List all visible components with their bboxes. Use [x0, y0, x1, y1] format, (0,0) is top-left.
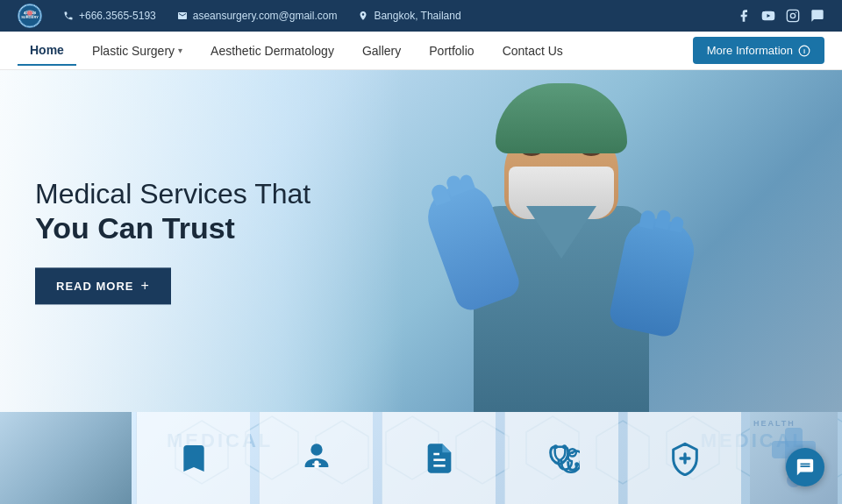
email-icon	[177, 11, 188, 21]
svg-point-32	[571, 451, 574, 453]
chat-topbar-icon[interactable]	[810, 9, 824, 23]
document-icon	[422, 441, 457, 476]
read-more-plus-icon: +	[140, 279, 149, 295]
chat-bubble-icon	[796, 458, 815, 477]
nav-bar: Home Plastic Surgery ▾ Aesthetic Dermato…	[0, 32, 842, 70]
bottom-left-image	[0, 412, 132, 504]
nav-item-contact-us[interactable]: Contact Us	[490, 37, 575, 65]
stethoscope-icon	[545, 441, 580, 476]
nav-item-aesthetic-dermatology[interactable]: Aesthetic Dermatology	[198, 37, 346, 65]
email-contact[interactable]: aseansurgery.com@gmail.com	[177, 10, 338, 22]
icon-box-bookmark[interactable]	[136, 412, 250, 504]
phone-number: +666.3565-5193	[79, 10, 156, 22]
svg-text:i: i	[803, 46, 805, 54]
location-text: Bangkok, Thailand	[374, 10, 460, 22]
top-bar-left: ASEAN SURGERY +666.3565-5193 aseansurger…	[18, 4, 461, 28]
nav-item-plastic-surgery[interactable]: Plastic Surgery ▾	[80, 37, 195, 65]
youtube-icon[interactable]	[761, 9, 775, 23]
svg-point-10	[39, 458, 92, 493]
social-links	[737, 9, 824, 23]
hero-title-line2: You Can Trust	[35, 211, 310, 247]
nav-item-portfolio[interactable]: Portfolio	[417, 37, 486, 65]
more-info-button[interactable]: More Information i	[693, 37, 824, 64]
top-bar: ASEAN SURGERY +666.3565-5193 aseansurger…	[0, 0, 842, 32]
nav-links: Home Plastic Surgery ▾ Aesthetic Dermato…	[18, 36, 575, 66]
read-more-button[interactable]: READ MORE +	[35, 268, 171, 305]
phone-icon	[63, 11, 74, 21]
more-info-label: More Information	[707, 44, 793, 57]
hex-bg: HEALTH	[132, 412, 842, 504]
read-more-label: READ MORE	[56, 280, 133, 293]
svg-point-33	[574, 462, 579, 466]
health-shield-icon	[667, 441, 703, 476]
instagram-icon[interactable]	[786, 9, 800, 23]
svg-point-3	[27, 11, 32, 16]
icon-box-person-medical[interactable]	[259, 412, 373, 504]
icon-box-document[interactable]	[382, 412, 496, 504]
person-medical-icon	[299, 441, 334, 476]
svg-point-23	[310, 444, 322, 455]
svg-point-7	[796, 12, 796, 13]
plastic-surgery-chevron: ▾	[178, 46, 182, 55]
facebook-icon[interactable]	[737, 9, 751, 23]
icon-box-health-shield[interactable]	[627, 412, 741, 504]
hero-section: Medical Services That You Can Trust READ…	[0, 70, 842, 412]
svg-point-6	[790, 13, 795, 18]
logo-image: ASEAN SURGERY	[18, 4, 42, 28]
logo-area: ASEAN SURGERY	[18, 4, 42, 28]
hero-title-line1: Medical Services That	[35, 177, 310, 210]
svg-rect-5	[787, 10, 798, 21]
svg-rect-25	[312, 463, 321, 465]
phone-contact[interactable]: +666.3565-5193	[63, 10, 156, 22]
svg-rect-11	[53, 441, 79, 476]
chat-bubble-button[interactable]	[786, 448, 824, 486]
hero-content: Medical Services That You Can Trust READ…	[35, 177, 310, 304]
location-icon	[358, 11, 368, 21]
logo-svg: ASEAN SURGERY	[18, 4, 41, 27]
email-address: aseansurgery.com@gmail.com	[193, 10, 338, 22]
nav-item-gallery[interactable]: Gallery	[350, 37, 413, 65]
icon-box-stethoscope[interactable]	[504, 412, 618, 504]
info-icon: i	[798, 45, 810, 57]
surgeon-image	[351, 70, 772, 412]
bottom-left-visual	[31, 423, 101, 493]
bookmark-icon	[176, 441, 211, 476]
bottom-strip: HEALTH	[0, 412, 842, 504]
nav-item-home[interactable]: Home	[18, 36, 76, 66]
svg-point-12	[59, 443, 73, 457]
location-contact: Bangkok, Thailand	[358, 10, 460, 22]
